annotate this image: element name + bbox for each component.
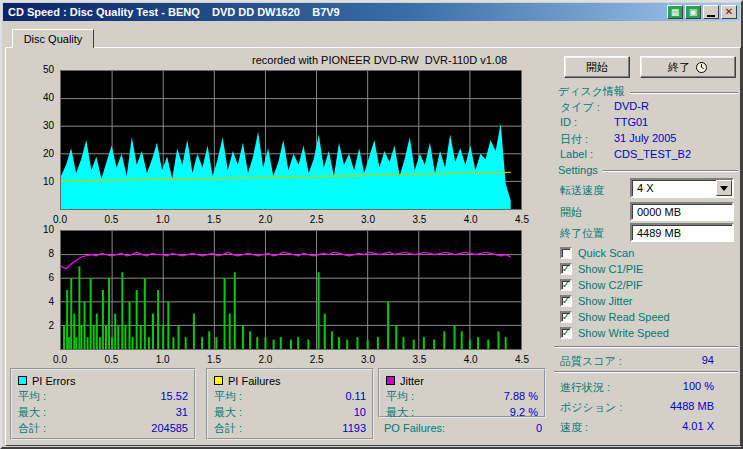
progress-value: 100 % xyxy=(622,380,714,392)
disc-date-value: 31 July 2005 xyxy=(614,132,676,144)
window-title: CD Speed : Disc Quality Test - BENQ DVD … xyxy=(8,6,340,18)
settings-header-label: Settings xyxy=(558,164,598,176)
speed-select-value: 4 X xyxy=(632,182,716,194)
position-label: ポジション : xyxy=(560,401,622,413)
stat-value: 31 xyxy=(176,406,188,418)
po-failures-label: PO Failures: xyxy=(384,422,445,434)
titlebar-extra-button-1[interactable]: ▦ xyxy=(667,5,683,19)
divider xyxy=(554,346,738,348)
axis-tick-label: 2.0 xyxy=(254,214,276,225)
end-position-field[interactable]: 4489 MB xyxy=(630,223,734,242)
checkbox-box[interactable]: ✓ xyxy=(560,279,572,291)
checkbox-quick-scan[interactable]: Quick Scan xyxy=(560,246,634,260)
checkbox-label: Show C1/PIE xyxy=(578,263,643,275)
disc-info-header-label: ディスク情報 xyxy=(558,84,625,99)
checkbox-show-write-speed[interactable]: ✓ Show Write Speed xyxy=(560,326,669,340)
quality-score-value: 94 xyxy=(622,354,714,366)
chevron-down-glyph xyxy=(720,186,728,191)
titlebar[interactable]: CD Speed : Disc Quality Test - BENQ DVD … xyxy=(3,3,740,21)
pi-failures-statbox: PI Failures 平均 :0.11 最大 :10 合計 :1193 xyxy=(206,368,374,440)
checkbox-label: Show C2/PIF xyxy=(578,279,643,291)
axis-tick-label: 3.5 xyxy=(408,354,430,365)
checkbox-box[interactable]: ✓ xyxy=(560,327,572,339)
divider xyxy=(630,92,738,94)
axis-tick-label: 0.5 xyxy=(100,354,122,365)
axis-tick-label: 1.0 xyxy=(152,354,174,365)
stat-label: 最大 : xyxy=(18,405,46,420)
pi-failures-swatch xyxy=(214,376,223,385)
axis-tick-label: 4.5 xyxy=(511,214,533,225)
jitter-swatch xyxy=(386,376,395,385)
stat-label: 平均 : xyxy=(18,389,46,404)
divider xyxy=(554,371,738,373)
checkbox-show-read-speed[interactable]: ✓ Show Read Speed xyxy=(560,310,670,324)
po-failures-row: PO Failures: 0 xyxy=(384,422,542,434)
end-position-label: 終了位置 xyxy=(560,227,604,239)
axis-tick-label: 10 xyxy=(26,224,54,235)
stat-value: 204585 xyxy=(151,422,188,434)
tab-disc-quality[interactable]: Disc Quality xyxy=(12,29,94,48)
checkbox-show-jitter[interactable]: ✓ Show Jitter xyxy=(560,294,632,308)
progress-label: 進行状況 : xyxy=(560,381,610,393)
titlebar-extra-button-2[interactable]: ▣ xyxy=(685,5,701,19)
axis-tick-label: 0.5 xyxy=(100,214,122,225)
stat-label: 平均 : xyxy=(214,389,242,404)
axis-tick-label: 10 xyxy=(26,176,54,187)
checkbox-box[interactable]: ✓ xyxy=(560,295,572,307)
disc-id-label: ID : xyxy=(560,116,577,128)
checkbox-label: Quick Scan xyxy=(578,247,634,259)
stat-value: 9.2 % xyxy=(510,406,538,418)
exit-button[interactable]: 終了 xyxy=(640,56,736,78)
pi-errors-chart xyxy=(60,70,522,210)
checkbox-box[interactable]: ✓ xyxy=(560,263,572,275)
disc-id-value: TTG01 xyxy=(614,116,648,128)
stat-label: 最大 : xyxy=(386,405,414,420)
panel-icon: ▣ xyxy=(689,8,698,17)
speed-select[interactable]: 4 X xyxy=(630,178,734,198)
axis-tick-label: 3.0 xyxy=(357,214,379,225)
po-failures-value: 0 xyxy=(536,422,542,434)
settings-header: Settings xyxy=(558,164,738,176)
speed-value: 4.01 X xyxy=(622,420,714,432)
stat-label: 平均 : xyxy=(386,389,414,404)
start-position-field[interactable]: 0000 MB xyxy=(630,202,734,221)
chevron-down-icon[interactable] xyxy=(716,180,732,196)
checkbox-label: Show Write Speed xyxy=(578,327,669,339)
start-button[interactable]: 開始 xyxy=(564,56,630,78)
exit-button-label: 終了 xyxy=(668,60,690,75)
checkbox-label: Show Jitter xyxy=(578,295,632,307)
checkbox-box[interactable] xyxy=(560,247,572,259)
close-icon: ✕ xyxy=(725,7,733,17)
axis-tick-label: 20 xyxy=(26,148,54,159)
axis-tick-label: 2.0 xyxy=(254,354,276,365)
minimize-button[interactable] xyxy=(703,5,719,19)
divider xyxy=(603,170,738,172)
statbox-title: PI Failures xyxy=(228,375,281,387)
close-button[interactable]: ✕ xyxy=(721,5,737,19)
axis-tick-label: 1.0 xyxy=(152,214,174,225)
axis-tick-label: 2.5 xyxy=(306,214,328,225)
checkbox-show-c2-pif[interactable]: ✓ Show C2/PIF xyxy=(560,278,643,292)
minimize-icon xyxy=(707,15,715,17)
pi-errors-swatch xyxy=(18,376,27,385)
axis-tick-label: 30 xyxy=(26,120,54,131)
checkbox-show-c1-pie[interactable]: ✓ Show C1/PIE xyxy=(560,262,643,276)
app-window: CD Speed : Disc Quality Test - BENQ DVD … xyxy=(0,0,743,449)
axis-tick-label: 8 xyxy=(26,248,54,259)
axis-tick-label: 4.0 xyxy=(460,354,482,365)
axis-tick-label: 4 xyxy=(26,296,54,307)
transfer-speed-label: 転送速度 xyxy=(560,184,604,196)
axis-tick-label: 2.5 xyxy=(306,354,328,365)
axis-tick-label: 1.5 xyxy=(203,214,225,225)
recorded-with-text: recorded with PIONEER DVD-RW DVR-110D v1… xyxy=(252,54,507,66)
titlebar-buttons: ▦ ▣ ✕ xyxy=(667,5,737,19)
clock-icon xyxy=(695,61,708,74)
disc-info-header: ディスク情報 xyxy=(558,84,738,99)
checkbox-box[interactable]: ✓ xyxy=(560,311,572,323)
disc-date-label: 日付 : xyxy=(560,133,588,145)
speed-label: 速度 : xyxy=(560,421,588,433)
start-position-label: 開始 xyxy=(560,206,582,218)
grid-icon: ▦ xyxy=(671,8,680,17)
axis-tick-label: 3.0 xyxy=(357,354,379,365)
axis-tick-label: 4.0 xyxy=(460,214,482,225)
